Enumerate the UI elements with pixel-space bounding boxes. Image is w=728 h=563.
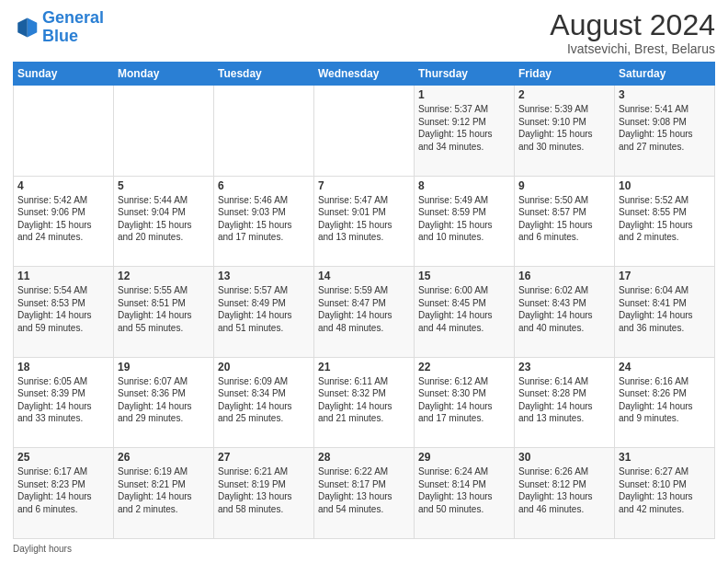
calendar-cell: 11Sunrise: 5:54 AM Sunset: 8:53 PM Dayli… bbox=[14, 267, 114, 358]
calendar-cell: 14Sunrise: 5:59 AM Sunset: 8:47 PM Dayli… bbox=[314, 267, 415, 358]
subtitle: Ivatsevichi, Brest, Belarus bbox=[550, 41, 715, 56]
calendar-cell: 2Sunrise: 5:39 AM Sunset: 9:10 PM Daylig… bbox=[515, 86, 615, 177]
day-info: Sunrise: 5:39 AM Sunset: 9:10 PM Dayligh… bbox=[518, 103, 610, 153]
day-number: 26 bbox=[118, 451, 210, 464]
col-friday: Friday bbox=[515, 63, 615, 86]
calendar-cell: 3Sunrise: 5:41 AM Sunset: 9:08 PM Daylig… bbox=[615, 86, 715, 177]
calendar-cell: 1Sunrise: 5:37 AM Sunset: 9:12 PM Daylig… bbox=[415, 86, 515, 177]
day-number: 8 bbox=[418, 179, 510, 192]
day-number: 13 bbox=[218, 270, 310, 282]
header: General Blue August 2024 Ivatsevichi, Br… bbox=[13, 9, 715, 56]
col-thursday: Thursday bbox=[415, 63, 515, 86]
week-row-5: 25Sunrise: 6:17 AM Sunset: 8:23 PM Dayli… bbox=[14, 448, 715, 539]
logo-text: General Blue bbox=[42, 9, 104, 46]
calendar-cell bbox=[214, 86, 314, 177]
day-info: Sunrise: 5:50 AM Sunset: 8:57 PM Dayligh… bbox=[518, 194, 610, 244]
day-number: 25 bbox=[17, 451, 109, 464]
day-number: 2 bbox=[518, 88, 610, 101]
day-info: Sunrise: 6:24 AM Sunset: 8:14 PM Dayligh… bbox=[418, 465, 510, 515]
day-info: Sunrise: 6:02 AM Sunset: 8:43 PM Dayligh… bbox=[518, 284, 610, 334]
day-info: Sunrise: 5:57 AM Sunset: 8:49 PM Dayligh… bbox=[218, 284, 310, 334]
day-info: Sunrise: 5:37 AM Sunset: 9:12 PM Dayligh… bbox=[418, 103, 510, 153]
page-container: General Blue August 2024 Ivatsevichi, Br… bbox=[0, 0, 728, 563]
logo-line2: Blue bbox=[42, 27, 78, 45]
day-info: Sunrise: 6:11 AM Sunset: 8:32 PM Dayligh… bbox=[318, 375, 410, 425]
day-number: 6 bbox=[218, 179, 310, 192]
calendar-cell: 22Sunrise: 6:12 AM Sunset: 8:30 PM Dayli… bbox=[415, 357, 515, 448]
col-tuesday: Tuesday bbox=[214, 63, 314, 86]
day-number: 4 bbox=[17, 179, 109, 192]
day-info: Sunrise: 6:26 AM Sunset: 8:12 PM Dayligh… bbox=[518, 465, 610, 515]
calendar-cell: 24Sunrise: 6:16 AM Sunset: 8:26 PM Dayli… bbox=[615, 357, 715, 448]
day-number: 23 bbox=[518, 361, 610, 373]
day-number: 20 bbox=[218, 361, 310, 373]
day-number: 16 bbox=[518, 270, 610, 282]
day-number: 12 bbox=[118, 270, 210, 282]
calendar-cell: 18Sunrise: 6:05 AM Sunset: 8:39 PM Dayli… bbox=[14, 357, 114, 448]
calendar-cell: 17Sunrise: 6:04 AM Sunset: 8:41 PM Dayli… bbox=[615, 267, 715, 358]
footer: Daylight hours bbox=[13, 544, 715, 554]
day-info: Sunrise: 6:12 AM Sunset: 8:30 PM Dayligh… bbox=[418, 375, 510, 425]
day-info: Sunrise: 6:21 AM Sunset: 8:19 PM Dayligh… bbox=[218, 465, 310, 515]
footer-note: Daylight hours bbox=[13, 544, 72, 554]
logo: General Blue bbox=[13, 9, 104, 46]
day-number: 15 bbox=[418, 270, 510, 282]
day-number: 27 bbox=[218, 451, 310, 464]
day-number: 24 bbox=[619, 361, 711, 373]
day-info: Sunrise: 6:16 AM Sunset: 8:26 PM Dayligh… bbox=[619, 375, 711, 425]
calendar-cell: 26Sunrise: 6:19 AM Sunset: 8:21 PM Dayli… bbox=[114, 448, 214, 539]
week-row-1: 1Sunrise: 5:37 AM Sunset: 9:12 PM Daylig… bbox=[14, 86, 715, 177]
calendar-cell: 29Sunrise: 6:24 AM Sunset: 8:14 PM Dayli… bbox=[415, 448, 515, 539]
title-block: August 2024 Ivatsevichi, Brest, Belarus bbox=[550, 9, 715, 56]
logo-line1: General bbox=[42, 8, 104, 27]
day-info: Sunrise: 5:42 AM Sunset: 9:06 PM Dayligh… bbox=[17, 194, 109, 244]
day-number: 3 bbox=[619, 88, 711, 101]
day-number: 10 bbox=[619, 179, 711, 192]
calendar-cell: 16Sunrise: 6:02 AM Sunset: 8:43 PM Dayli… bbox=[515, 267, 615, 358]
day-info: Sunrise: 5:44 AM Sunset: 9:04 PM Dayligh… bbox=[118, 194, 210, 244]
day-number: 18 bbox=[17, 361, 109, 373]
day-number: 30 bbox=[518, 451, 610, 464]
calendar-cell: 31Sunrise: 6:27 AM Sunset: 8:10 PM Dayli… bbox=[615, 448, 715, 539]
col-wednesday: Wednesday bbox=[314, 63, 415, 86]
day-number: 31 bbox=[619, 451, 711, 464]
main-title: August 2024 bbox=[550, 9, 715, 41]
day-number: 29 bbox=[418, 451, 510, 464]
calendar-cell: 15Sunrise: 6:00 AM Sunset: 8:45 PM Dayli… bbox=[415, 267, 515, 358]
day-number: 1 bbox=[418, 88, 510, 101]
calendar-cell bbox=[114, 86, 214, 177]
logo-icon bbox=[13, 15, 39, 40]
day-number: 9 bbox=[518, 179, 610, 192]
calendar-cell: 8Sunrise: 5:49 AM Sunset: 8:59 PM Daylig… bbox=[415, 176, 515, 267]
day-info: Sunrise: 5:47 AM Sunset: 9:01 PM Dayligh… bbox=[318, 194, 410, 244]
calendar-cell: 28Sunrise: 6:22 AM Sunset: 8:17 PM Dayli… bbox=[314, 448, 415, 539]
day-number: 19 bbox=[118, 361, 210, 373]
day-info: Sunrise: 6:05 AM Sunset: 8:39 PM Dayligh… bbox=[17, 375, 109, 425]
day-number: 11 bbox=[17, 270, 109, 282]
day-info: Sunrise: 6:27 AM Sunset: 8:10 PM Dayligh… bbox=[619, 465, 711, 515]
calendar-cell: 27Sunrise: 6:21 AM Sunset: 8:19 PM Dayli… bbox=[214, 448, 314, 539]
col-monday: Monday bbox=[114, 63, 214, 86]
calendar-cell: 9Sunrise: 5:50 AM Sunset: 8:57 PM Daylig… bbox=[515, 176, 615, 267]
week-row-4: 18Sunrise: 6:05 AM Sunset: 8:39 PM Dayli… bbox=[14, 357, 715, 448]
day-number: 28 bbox=[318, 451, 410, 464]
calendar-cell: 12Sunrise: 5:55 AM Sunset: 8:51 PM Dayli… bbox=[114, 267, 214, 358]
day-number: 21 bbox=[318, 361, 410, 373]
day-info: Sunrise: 6:09 AM Sunset: 8:34 PM Dayligh… bbox=[218, 375, 310, 425]
col-saturday: Saturday bbox=[615, 63, 715, 86]
col-sunday: Sunday bbox=[14, 63, 114, 86]
calendar-cell: 10Sunrise: 5:52 AM Sunset: 8:55 PM Dayli… bbox=[615, 176, 715, 267]
calendar-cell: 23Sunrise: 6:14 AM Sunset: 8:28 PM Dayli… bbox=[515, 357, 615, 448]
calendar-cell: 25Sunrise: 6:17 AM Sunset: 8:23 PM Dayli… bbox=[14, 448, 114, 539]
day-info: Sunrise: 6:22 AM Sunset: 8:17 PM Dayligh… bbox=[318, 465, 410, 515]
day-number: 17 bbox=[619, 270, 711, 282]
calendar-cell: 13Sunrise: 5:57 AM Sunset: 8:49 PM Dayli… bbox=[214, 267, 314, 358]
calendar-cell: 7Sunrise: 5:47 AM Sunset: 9:01 PM Daylig… bbox=[314, 176, 415, 267]
calendar-cell: 6Sunrise: 5:46 AM Sunset: 9:03 PM Daylig… bbox=[214, 176, 314, 267]
calendar-cell: 21Sunrise: 6:11 AM Sunset: 8:32 PM Dayli… bbox=[314, 357, 415, 448]
day-info: Sunrise: 5:52 AM Sunset: 8:55 PM Dayligh… bbox=[619, 194, 711, 244]
header-row: Sunday Monday Tuesday Wednesday Thursday… bbox=[14, 63, 715, 86]
calendar-cell: 30Sunrise: 6:26 AM Sunset: 8:12 PM Dayli… bbox=[515, 448, 615, 539]
day-info: Sunrise: 5:55 AM Sunset: 8:51 PM Dayligh… bbox=[118, 284, 210, 334]
week-row-2: 4Sunrise: 5:42 AM Sunset: 9:06 PM Daylig… bbox=[14, 176, 715, 267]
